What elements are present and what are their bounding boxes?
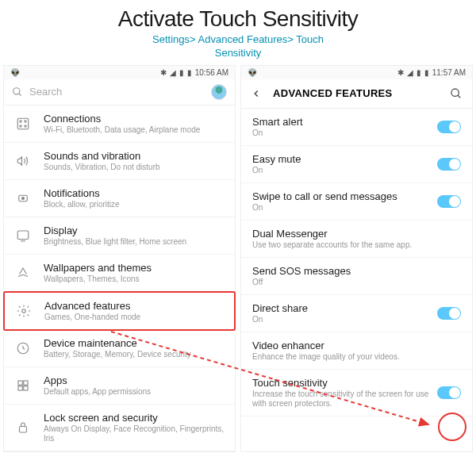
item-label: Display bbox=[44, 225, 225, 236]
settings-item-device-maintenance[interactable]: Device maintenanceBattery, Storage, Memo… bbox=[4, 330, 235, 367]
item-subtitle: Block, allow, prioritize bbox=[44, 200, 225, 209]
item-subtitle: Wi-Fi, Bluetooth, Data usage, Airplane m… bbox=[44, 125, 225, 135]
settings-item-lock-screen-and-security[interactable]: Lock screen and securityAlways On Displa… bbox=[4, 405, 235, 451]
svg-point-11 bbox=[22, 309, 26, 313]
toggle-switch[interactable] bbox=[437, 158, 461, 171]
item-label: Advanced features bbox=[44, 300, 225, 312]
svg-rect-17 bbox=[20, 426, 27, 432]
screen-title: ADVANCED FEATURES bbox=[273, 87, 450, 99]
reddit-icon: 👽 bbox=[248, 68, 257, 77]
toggle-switch[interactable] bbox=[437, 307, 461, 320]
item-label: Smart alert bbox=[252, 116, 437, 128]
svg-point-6 bbox=[25, 125, 26, 127]
item-subtitle: Battery, Storage, Memory, Device securit… bbox=[44, 350, 225, 359]
item-subtitle: On bbox=[252, 203, 437, 213]
item-label: Notifications bbox=[44, 187, 225, 199]
item-label: Sounds and vibration bbox=[44, 150, 225, 162]
item-icon bbox=[13, 117, 33, 131]
item-label: Connections bbox=[44, 113, 225, 125]
item-subtitle: Wallpapers, Themes, Icons bbox=[44, 274, 225, 284]
svg-point-8 bbox=[22, 197, 25, 199]
feature-item-smart-alert[interactable]: Smart alertOn bbox=[241, 109, 472, 146]
item-label: Dual Messenger bbox=[252, 228, 461, 240]
feature-item-video-enhancer[interactable]: Video enhancerEnhance the image quality … bbox=[241, 332, 472, 370]
bluetooth-icon: ✱ bbox=[160, 68, 167, 77]
item-icon bbox=[13, 341, 33, 355]
wifi-icon: ◢ bbox=[407, 68, 413, 77]
page-title: Activate Touch Sensitivity bbox=[0, 6, 476, 32]
search-placeholder: Search bbox=[29, 86, 211, 98]
feature-item-touch-sensitivity[interactable]: Touch sensitivityIncrease the touch sens… bbox=[241, 370, 472, 416]
item-icon bbox=[13, 191, 33, 205]
svg-point-4 bbox=[25, 121, 26, 122]
item-label: Swipe to call or send messages bbox=[252, 190, 437, 202]
item-subtitle: Games, One-handed mode bbox=[44, 313, 225, 322]
svg-point-5 bbox=[20, 125, 21, 127]
item-subtitle: Use two separate accounts for the same a… bbox=[252, 240, 461, 250]
settings-item-apps[interactable]: AppsDefault apps, App permissions bbox=[4, 367, 235, 405]
item-subtitle: On bbox=[252, 315, 437, 324]
item-icon bbox=[13, 228, 33, 243]
settings-item-display[interactable]: DisplayBrightness, Blue light filter, Ho… bbox=[4, 217, 235, 255]
settings-item-connections[interactable]: ConnectionsWi-Fi, Bluetooth, Data usage,… bbox=[4, 106, 235, 143]
feature-item-swipe-to-call-or-send-messages[interactable]: Swipe to call or send messagesOn bbox=[241, 183, 472, 221]
clock-text: 11:57 AM bbox=[432, 68, 466, 77]
signal-icon: ▮ bbox=[179, 68, 184, 77]
back-icon[interactable] bbox=[251, 88, 262, 99]
item-subtitle: Always On Display, Face Recognition, Fin… bbox=[44, 424, 225, 443]
svg-line-1 bbox=[19, 94, 21, 96]
feature-item-direct-share[interactable]: Direct shareOn bbox=[241, 295, 472, 332]
item-icon bbox=[13, 420, 33, 435]
search-bar[interactable]: Search bbox=[4, 79, 235, 106]
item-subtitle: Off bbox=[252, 278, 461, 287]
search-icon[interactable] bbox=[450, 87, 463, 100]
svg-rect-15 bbox=[18, 386, 22, 390]
toggle-switch[interactable] bbox=[437, 121, 461, 133]
svg-rect-2 bbox=[17, 118, 29, 129]
settings-item-sounds-and-vibration[interactable]: Sounds and vibrationSounds, Vibration, D… bbox=[4, 143, 235, 180]
settings-item-wallpapers-and-themes[interactable]: Wallpapers and themesWallpapers, Themes,… bbox=[4, 255, 235, 292]
status-bar: 👽 ✱ ◢ ▮ ▮ 10:56 AM bbox=[4, 66, 235, 79]
breadcrumb: Settings> Advanced Features> Touch Sensi… bbox=[0, 33, 476, 60]
item-subtitle: Enhance the image quality of your videos… bbox=[252, 352, 461, 362]
feature-item-easy-mute[interactable]: Easy muteOn bbox=[241, 146, 472, 183]
avatar[interactable] bbox=[211, 84, 227, 100]
advanced-features-screen: 👽 ✱ ◢ ▮ ▮ 11:57 AM ADVANCED FEATURES Sma… bbox=[240, 65, 473, 452]
svg-rect-16 bbox=[24, 386, 28, 390]
svg-point-3 bbox=[20, 121, 21, 122]
item-subtitle: Brightness, Blue light filter, Home scre… bbox=[44, 237, 225, 247]
item-label: Apps bbox=[44, 374, 225, 386]
settings-screen: 👽 ✱ ◢ ▮ ▮ 10:56 AM Search ConnectionsWi-… bbox=[3, 65, 236, 452]
item-label: Easy mute bbox=[252, 153, 437, 165]
item-subtitle: Default apps, App permissions bbox=[44, 387, 225, 397]
item-label: Lock screen and security bbox=[44, 412, 225, 424]
svg-rect-14 bbox=[24, 381, 28, 385]
feature-item-dual-messenger[interactable]: Dual MessengerUse two separate accounts … bbox=[241, 221, 472, 258]
item-icon bbox=[14, 304, 33, 318]
item-subtitle: Increase the touch sensitivity of the sc… bbox=[252, 390, 437, 409]
toggle-switch[interactable] bbox=[437, 195, 461, 208]
toggle-switch[interactable] bbox=[437, 386, 461, 399]
reddit-icon: 👽 bbox=[10, 68, 20, 77]
svg-line-19 bbox=[458, 95, 460, 98]
item-label: Touch sensitivity bbox=[252, 377, 437, 389]
item-subtitle: On bbox=[252, 129, 437, 138]
feature-item-send-sos-messages[interactable]: Send SOS messagesOff bbox=[241, 258, 472, 295]
item-label: Direct share bbox=[252, 302, 437, 314]
item-subtitle: Sounds, Vibration, Do not disturb bbox=[44, 163, 225, 172]
item-label: Send SOS messages bbox=[252, 265, 461, 277]
screen-header: ADVANCED FEATURES bbox=[241, 79, 472, 109]
status-bar: 👽 ✱ ◢ ▮ ▮ 11:57 AM bbox=[241, 66, 472, 79]
svg-point-0 bbox=[13, 88, 20, 94]
page-header: Activate Touch Sensitivity Settings> Adv… bbox=[0, 0, 476, 65]
item-label: Video enhancer bbox=[252, 340, 461, 351]
item-label: Wallpapers and themes bbox=[44, 262, 225, 274]
settings-item-advanced-features[interactable]: Advanced featuresGames, One-handed mode bbox=[3, 291, 236, 331]
item-icon bbox=[13, 266, 33, 280]
svg-rect-13 bbox=[18, 381, 22, 385]
wifi-icon: ◢ bbox=[170, 68, 176, 77]
item-icon bbox=[13, 154, 33, 168]
search-icon bbox=[12, 86, 23, 98]
settings-item-notifications[interactable]: NotificationsBlock, allow, prioritize bbox=[4, 180, 235, 217]
item-icon bbox=[13, 378, 33, 393]
